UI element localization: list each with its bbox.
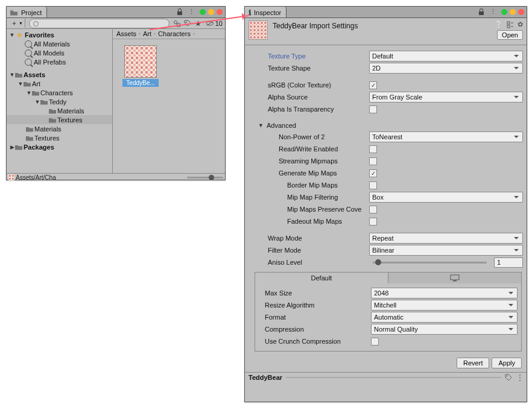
select-wrap[interactable]: Repeat [369,233,523,244]
tree-assets-header[interactable]: ▼ Assets [7,70,112,79]
tree-folder-materials[interactable]: Materials [7,106,112,115]
field-mmfilter: Mip Map Filtering Box [245,191,527,203]
tree-saved-search[interactable]: All Models [7,48,112,57]
chevron-down-icon[interactable]: ▼ [17,81,24,87]
create-button[interactable]: ＋ ▼ [9,19,25,28]
chevron-down-icon[interactable]: ▼ [9,32,15,38]
chevron-right-icon[interactable]: ▶ [9,144,15,150]
help-icon[interactable]: ❔ [495,21,503,28]
platform-tab-default[interactable]: Default [255,273,388,283]
section-advanced[interactable]: ▼ Advanced [245,120,527,131]
asset-labels-icon[interactable] [505,374,512,381]
folder-icon [49,117,56,123]
gear-icon[interactable]: ✿ [518,21,523,28]
checkbox-mmcoverage[interactable] [369,206,377,213]
tab-project[interactable]: Project [7,7,47,17]
tree-folder-art[interactable]: ▼ Art [7,79,112,88]
checkbox-genmip[interactable] [369,169,377,177]
folder-icon [49,108,56,114]
thumbnail-size-slider[interactable] [187,177,223,178]
tree-saved-search[interactable]: All Materials [7,39,112,48]
label-srgb: sRGB (Color Texture) [268,81,369,89]
asset-preview-icon [249,21,268,40]
chevron-down-icon[interactable]: ▼ [258,122,264,128]
kebab-menu-icon[interactable]: ⋮ [516,373,523,382]
search-icon [25,49,32,57]
breadcrumb-item[interactable]: Art [142,30,153,37]
svg-rect-9 [453,280,457,282]
tree-packages-header[interactable]: ▶ Packages [7,142,112,151]
select-texture-shape[interactable]: 2D [369,63,523,74]
divider [286,377,501,378]
tree-folder-teddy[interactable]: ▼ Teddy [7,97,112,106]
svg-point-0 [174,21,177,24]
tab-inspector[interactable]: ℹ Inspector [245,7,287,17]
apply-button[interactable]: Apply [492,358,522,368]
select-filter[interactable]: Bilinear [369,245,523,256]
open-button[interactable]: Open [497,30,523,40]
select-mmfilter[interactable]: Box [369,192,523,203]
project-search-input[interactable] [41,19,169,27]
folder-icon [32,90,39,96]
select-resize[interactable]: Mitchell [371,300,518,311]
window-close-button[interactable] [518,9,524,15]
select-npot[interactable]: ToNearest [369,131,523,142]
select-alpha-source[interactable]: From Gray Scale [369,92,523,103]
window-minimize-button[interactable] [200,9,206,15]
label-rw: Read/Write Enabled [279,145,369,153]
tree-folder-textures[interactable]: Textures [7,115,112,124]
label-aniso: Aniso Level [268,259,369,266]
field-texture-shape: Texture Shape 2D [245,62,527,74]
checkbox-fadeout[interactable] [369,218,377,226]
platform-tab-standalone[interactable] [388,273,521,283]
breadcrumb-item[interactable]: Assets [115,30,138,37]
label-texture-type: Texture Type [268,52,369,60]
presets-icon[interactable] [507,21,514,28]
select-format[interactable]: Automatic [371,312,518,323]
chevron-right-icon: › [154,31,156,37]
checkbox-crunch[interactable] [371,338,379,345]
chevron-down-icon[interactable]: ▼ [34,99,40,105]
window-close-button[interactable] [217,9,223,15]
field-texture-type: Texture Type Default [245,50,527,62]
window-maximize-button[interactable] [208,9,214,15]
breadcrumb-item[interactable]: Characters [157,30,192,37]
field-alpha-transparency: Alpha Is Transparency [245,103,527,115]
lock-icon[interactable] [478,8,485,16]
slider-thumb[interactable] [375,259,381,265]
tree-folder-materials-top[interactable]: Materials [7,124,112,133]
preview-strip[interactable]: TeddyBear ⋮ [245,372,527,382]
chevron-down-icon[interactable]: ▼ [9,72,15,78]
checkbox-alpha-transparency[interactable] [369,106,377,113]
checkbox-bordermip[interactable] [369,181,377,189]
tree-folder-characters[interactable]: ▼ Characters [7,88,112,97]
select-maxsize[interactable]: 2048 [371,288,518,298]
tree-folder-textures-top[interactable]: Textures [7,133,112,142]
field-maxsize: Max Size 2048 [255,287,521,299]
project-search[interactable] [29,19,169,28]
tree-favorites-header[interactable]: ▼ ★ Favorites [7,30,112,39]
asset-item-teddybear[interactable]: TeddyBe... [122,45,159,87]
select-compression[interactable]: Normal Quality [371,324,518,335]
checkbox-streaming[interactable] [369,157,377,165]
chevron-down-icon[interactable]: ▼ [26,90,32,96]
aniso-value-input[interactable]: 1 [494,257,523,268]
checkbox-srgb[interactable] [369,81,377,89]
label-npot: Non-Power of 2 [279,133,369,140]
slider-thumb[interactable] [209,175,214,180]
window-maximize-button[interactable] [510,9,516,15]
field-crunch: Use Crunch Compression [255,335,521,347]
checkbox-rw[interactable] [369,145,377,153]
panel-menu-icon[interactable]: ⋮ [188,8,195,16]
tree-saved-search[interactable]: All Prefabs [7,57,112,66]
window-minimize-button[interactable] [501,9,507,15]
asset-grid[interactable]: TeddyBe... [113,39,225,173]
aniso-slider[interactable] [373,262,487,263]
label-alpha-source: Alpha Source [268,93,369,101]
field-format: Format Automatic [255,311,521,323]
asset-thumbnail [124,45,157,78]
select-texture-type[interactable]: Default [369,51,523,62]
revert-button[interactable]: Revert [457,358,489,368]
lock-icon[interactable] [176,8,183,16]
panel-menu-icon[interactable]: ⋮ [490,8,496,16]
